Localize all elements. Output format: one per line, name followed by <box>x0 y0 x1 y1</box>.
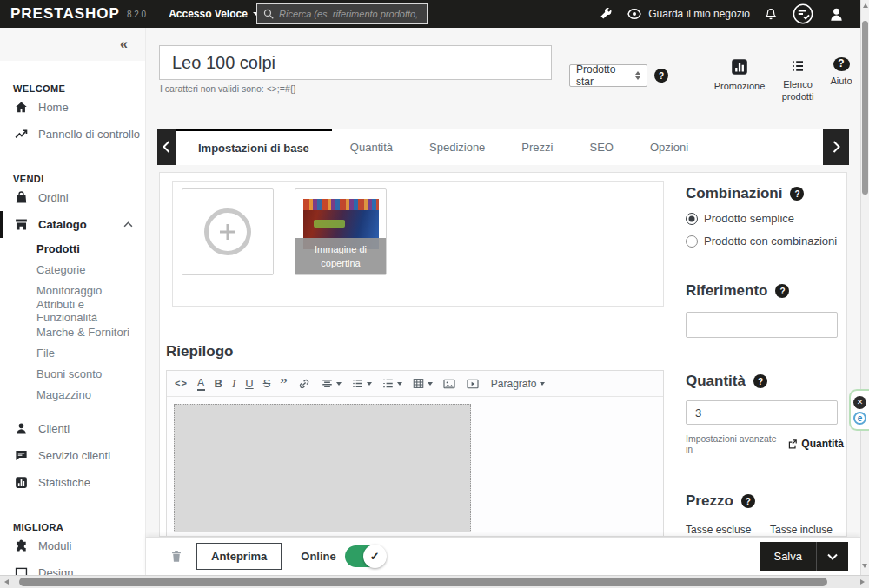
editor-selected-image-placeholder[interactable] <box>174 404 471 532</box>
quantity-input[interactable] <box>686 400 838 425</box>
text-color-button[interactable]: A <box>197 377 205 391</box>
view-shop-label: Guarda il mio negozio <box>648 8 750 20</box>
scroll-up-arrow[interactable] <box>863 3 868 8</box>
horizontal-scrollbar[interactable] <box>0 575 869 588</box>
product-type-help-icon[interactable] <box>654 69 668 83</box>
trending-up-icon <box>14 127 29 142</box>
product-name-input[interactable] <box>159 45 552 80</box>
product-list-button[interactable]: Elenco prodotti <box>777 57 819 103</box>
sidebar-subitem-attributes[interactable]: Attributi e Funzionalità <box>0 301 145 321</box>
tab-basic-settings[interactable]: Impostazioni di base <box>176 129 332 165</box>
bold-button[interactable]: B <box>215 378 222 389</box>
scroll-right-arrow[interactable] <box>860 579 865 585</box>
extension-logo[interactable]: e <box>853 412 866 425</box>
quantity-help-icon[interactable] <box>753 374 767 388</box>
source-code-button[interactable]: <> <box>175 379 188 388</box>
editor-body[interactable] <box>167 397 663 536</box>
sidebar-subitem-products[interactable]: Prodotti <box>0 238 145 259</box>
sidebar-item-design[interactable]: Design <box>0 559 145 575</box>
sidebar-item-dashboard[interactable]: Pannello di controllo <box>0 121 145 148</box>
delete-trash-icon[interactable] <box>169 548 184 565</box>
tab-quantity[interactable]: Quantità <box>332 129 411 165</box>
insert-media-button[interactable] <box>466 377 480 391</box>
tabs-scroll-right-button[interactable] <box>823 129 849 165</box>
horizontal-scrollbar-thumb[interactable] <box>19 578 827 586</box>
vertical-scrollbar[interactable] <box>860 0 869 575</box>
header-actions: Promozione Elenco prodotti Aiuto <box>709 57 857 103</box>
link-button[interactable] <box>297 377 311 391</box>
search-input[interactable] <box>279 9 418 19</box>
sidebar-subitem-brands[interactable]: Marche & Fornitori <box>0 321 145 342</box>
tabs-scroll-left-button[interactable] <box>157 129 176 165</box>
version-label: 8.2.0 <box>127 10 146 19</box>
chevron-down-icon <box>367 382 372 386</box>
add-image-tile[interactable] <box>182 188 274 275</box>
underline-button[interactable]: U <box>245 378 253 389</box>
sidebar-item-modules[interactable]: Moduli <box>0 532 145 559</box>
tab-seo[interactable]: SEO <box>571 129 631 165</box>
sidebar-subitem-stock[interactable]: Magazzino <box>0 384 145 405</box>
blockquote-button[interactable]: ” <box>280 376 288 391</box>
sidebar-subitem-discounts[interactable]: Buoni sconto <box>0 363 145 384</box>
numbered-list-button[interactable] <box>381 377 402 390</box>
chevron-down-icon <box>428 382 433 386</box>
radio-combinations-product[interactable]: Prodotto con combinazioni <box>686 235 844 248</box>
sidebar-item-customer-service[interactable]: Servizio clienti <box>0 442 145 469</box>
paragraph-select[interactable]: Paragrafo <box>491 379 545 389</box>
right-panel: Combinazioni Prodotto semplice Prodotto … <box>686 185 844 537</box>
notification-center-icon[interactable] <box>792 3 814 25</box>
reference-input[interactable] <box>686 312 838 338</box>
global-search-bar[interactable] <box>256 3 428 24</box>
scroll-left-arrow[interactable] <box>4 579 9 585</box>
sidebar-subitem-categories[interactable]: Categorie <box>0 259 145 280</box>
eye-icon <box>627 8 642 20</box>
view-shop-link[interactable]: Guarda il mio negozio <box>627 8 750 20</box>
advanced-settings-note: Impostazioni avanzate in Quantità <box>686 433 844 454</box>
tab-shipping[interactable]: Spedizione <box>411 129 503 165</box>
sidebar-item-stats[interactable]: Statistiche <box>0 469 145 496</box>
price-help-icon[interactable] <box>741 494 755 508</box>
sidebar-item-label: Clienti <box>38 422 70 435</box>
online-toggle[interactable] <box>345 545 386 567</box>
table-button[interactable] <box>412 377 433 390</box>
sidebar-item-catalog[interactable]: Catalogo <box>0 211 145 238</box>
sidebar-item-orders[interactable]: Ordini <box>0 184 145 211</box>
align-button[interactable] <box>321 377 342 390</box>
save-dropdown-button[interactable] <box>816 542 848 571</box>
sidebar-item-label: Home <box>38 101 69 114</box>
close-icon[interactable] <box>853 396 866 409</box>
preview-button[interactable]: Anteprima <box>196 543 282 570</box>
sidebar-item-home[interactable]: Home <box>0 94 145 121</box>
topbar-right: Guarda il mio negozio <box>599 3 860 25</box>
bullet-list-button[interactable] <box>351 377 372 390</box>
account-icon[interactable] <box>828 6 845 23</box>
combinations-help-icon[interactable] <box>790 187 804 201</box>
product-image-tile[interactable]: Immagine di copertina <box>295 188 387 275</box>
sidebar-item-label: Pannello di controllo <box>38 128 140 141</box>
italic-button[interactable]: I <box>232 378 235 389</box>
collapse-sidebar-icon[interactable] <box>120 37 128 51</box>
tab-prices[interactable]: Prezzi <box>503 129 571 165</box>
product-images-dropzone[interactable]: Immagine di copertina <box>172 181 664 307</box>
vertical-scrollbar-thumb[interactable] <box>862 21 868 195</box>
strikethrough-button[interactable]: S <box>263 378 271 389</box>
debug-wrench-icon[interactable] <box>599 7 613 21</box>
scroll-down-arrow[interactable] <box>862 564 867 568</box>
reference-help-icon[interactable] <box>775 284 789 298</box>
tab-options[interactable]: Opzioni <box>632 129 706 165</box>
sidebar-item-label: Moduli <box>38 539 71 552</box>
advanced-prefix: Impostazioni avanzate in <box>686 433 784 454</box>
product-type-select[interactable]: Prodotto star <box>569 64 647 87</box>
combinations-title: Combinazioni <box>686 185 782 202</box>
quick-access-menu[interactable]: Accesso Veloce <box>169 8 260 20</box>
sidebar-item-customers[interactable]: Clienti <box>0 415 145 442</box>
help-button[interactable]: Aiuto <box>826 57 857 87</box>
advanced-quantity-link[interactable]: Quantità <box>801 438 844 450</box>
promotion-button[interactable]: Promozione <box>709 57 770 92</box>
sidebar-subitem-files[interactable]: File <box>0 342 145 363</box>
sidebar-header <box>0 28 145 61</box>
radio-simple-product[interactable]: Prodotto semplice <box>686 212 844 225</box>
insert-image-button[interactable] <box>442 377 456 391</box>
notifications-bell-icon[interactable] <box>764 7 778 22</box>
save-button[interactable]: Salva <box>760 542 816 571</box>
